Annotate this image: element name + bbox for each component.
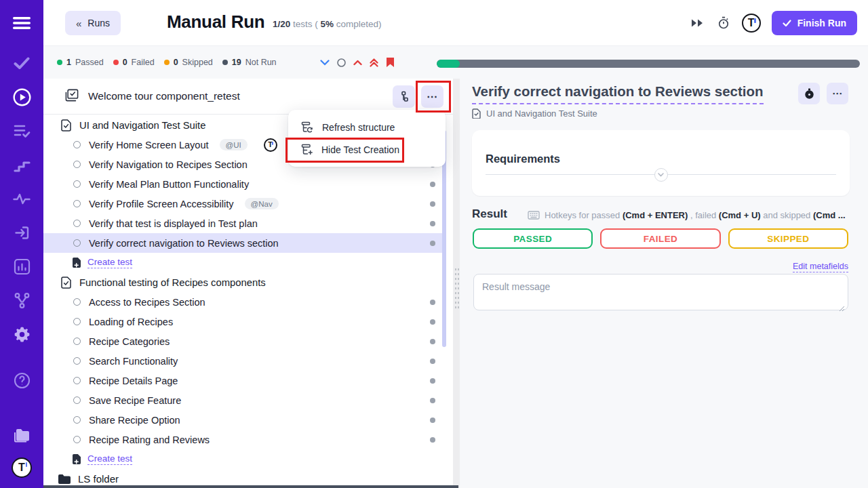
check-icon (14, 57, 30, 70)
header: « Runs Manual Run 1/20 tests ( 5% comple… (43, 0, 868, 46)
result-failed-button[interactable]: FAILED (600, 228, 720, 249)
tree-test[interactable]: Search Functionality (43, 351, 445, 371)
tree-more-actions-button[interactable]: ⋯ (421, 85, 443, 108)
fast-forward-icon[interactable] (690, 16, 705, 30)
sidebar-menu-button[interactable] (0, 14, 43, 33)
test-status-circle-icon (73, 318, 81, 325)
ellipsis-icon: ⋯ (832, 87, 843, 100)
stopwatch-icon[interactable] (716, 16, 731, 30)
menu-item-label: Hide Test Creation (321, 144, 399, 155)
test-label: Recipe Rating and Reviews (89, 434, 210, 445)
back-to-runs-button[interactable]: « Runs (65, 11, 121, 35)
test-status-circle-icon (73, 338, 81, 345)
bar-chart-icon (14, 258, 31, 275)
toggle-structure-button[interactable] (393, 85, 415, 108)
tree-actions-dropdown: Refresh structureHide Test Creation (288, 110, 446, 167)
not-run-dot (430, 437, 435, 443)
suite-label: UI and Navigation Test Suite (79, 120, 205, 131)
list-check-icon (14, 124, 31, 138)
sidebar-item-test-plans[interactable] (0, 121, 43, 140)
tree-test[interactable]: Verify Meal Plan Button Functionality (43, 174, 445, 194)
sidebar-logo[interactable]: T (0, 458, 43, 477)
app-root: T « Runs Manual Run 1/20 tests ( 5% comp… (0, 0, 868, 488)
tree-suite[interactable]: Functional testing of Recipes components (43, 272, 445, 292)
sidebar-item-steps[interactable] (0, 155, 43, 174)
testomat-logo: T (12, 458, 32, 478)
suite-doc-icon (61, 119, 71, 131)
edit-metafields-link[interactable]: Edit metafields (793, 262, 848, 272)
sidebar-item-runs[interactable] (0, 87, 43, 106)
test-tree: UI and Navigation Test SuiteVerify Home … (43, 115, 453, 488)
run-progress-bar (437, 60, 860, 68)
menu-item-refresh-structure[interactable]: Refresh structure (288, 116, 446, 138)
test-title[interactable]: Verify correct navigation to Reviews sec… (472, 83, 764, 104)
doc-plus-icon (72, 257, 81, 268)
test-suite-name: UI and Navigation Test Suite (486, 108, 597, 119)
not-run-dot (430, 182, 435, 187)
test-more-actions-button[interactable]: ⋯ (827, 83, 848, 104)
stat-not-run: 19Not Run (222, 58, 277, 67)
tree-test[interactable]: Verify that test is displayed in Test pl… (43, 214, 445, 233)
structure-refresh-icon (301, 121, 313, 133)
create-test-label: Create test (87, 453, 132, 465)
double-chevron-left-icon: « (76, 18, 81, 29)
tree-test[interactable]: Access to Recipes Section (43, 292, 445, 312)
sidebar-item-pulse[interactable] (0, 189, 43, 208)
sidebar-item-checks[interactable] (0, 54, 43, 73)
not-run-dot (430, 378, 435, 384)
tree-test[interactable]: Verify Profile Screen Accessibility@Nav (43, 194, 445, 214)
sidebar-item-help[interactable] (0, 371, 43, 390)
requirements-divider (486, 174, 836, 175)
not-run-dot (430, 418, 435, 423)
circle-icon[interactable] (337, 58, 346, 67)
stat-passed: 1Passed (57, 58, 104, 67)
tree-test[interactable]: Recipe Details Page (43, 371, 445, 390)
test-label: Recipe Details Page (89, 375, 178, 386)
sidebar-item-settings[interactable] (0, 325, 43, 344)
tree-test[interactable]: Share Recipe Option (43, 410, 445, 430)
result-message-input[interactable] (473, 274, 848, 310)
panel-resize-gutter[interactable] (453, 79, 460, 488)
hamburger-icon (13, 16, 31, 30)
tree-test[interactable]: Recipe Categories (43, 331, 445, 351)
expand-requirements-button[interactable] (654, 168, 668, 182)
run-progress-fill (437, 60, 460, 68)
test-status-circle-icon (73, 416, 81, 424)
chevron-up-icon[interactable] (353, 60, 362, 66)
test-label: Verify correct navigation to Reviews sec… (89, 238, 279, 249)
stat-failed: 0Failed (113, 58, 155, 67)
timer-button[interactable] (798, 83, 820, 104)
requirements-card: Requirements (472, 130, 850, 196)
not-run-dot (430, 241, 435, 246)
test-label: Share Recipe Option (89, 415, 180, 426)
sidebar-item-analytics[interactable] (0, 257, 43, 276)
test-status-circle-icon (73, 200, 81, 207)
create-test-link[interactable]: Create test (43, 253, 445, 272)
test-status-circle-icon (73, 436, 81, 443)
test-label: Search Functionality (89, 356, 178, 367)
sidebar-item-branches[interactable] (0, 291, 43, 310)
tree-test[interactable]: Verify correct navigation to Reviews sec… (43, 233, 445, 253)
not-run-dot (430, 221, 435, 226)
tree-test[interactable]: Loading of Recipes (43, 312, 445, 331)
horizontal-scrollbar[interactable] (43, 485, 458, 488)
sidebar-item-projects[interactable] (0, 426, 43, 445)
chevron-down-icon[interactable] (320, 60, 330, 66)
double-chevron-up-icon[interactable] (370, 58, 378, 67)
testomat-logo[interactable]: T (742, 14, 761, 33)
result-passed-button[interactable]: PASSED (473, 228, 593, 249)
test-status-circle-icon (73, 161, 81, 168)
tree-test[interactable]: Save Recipe Feature (43, 390, 445, 410)
sidebar-item-import[interactable] (0, 223, 43, 242)
test-label: Save Recipe Feature (89, 395, 181, 406)
tree-test[interactable]: Recipe Rating and Reviews (43, 430, 445, 449)
result-skipped-button[interactable]: SKIPPED (728, 228, 848, 249)
bookmark-icon[interactable] (386, 57, 395, 68)
finish-run-button[interactable]: Finish Run (772, 11, 857, 35)
menu-item-hide-test-creation[interactable]: Hide Test Creation (288, 138, 446, 161)
folder-icon (13, 428, 31, 443)
chevron-down-icon (658, 173, 664, 177)
create-test-link[interactable]: Create test (43, 449, 445, 469)
sign-in-icon (14, 225, 30, 241)
drag-handle-icon (454, 267, 459, 309)
